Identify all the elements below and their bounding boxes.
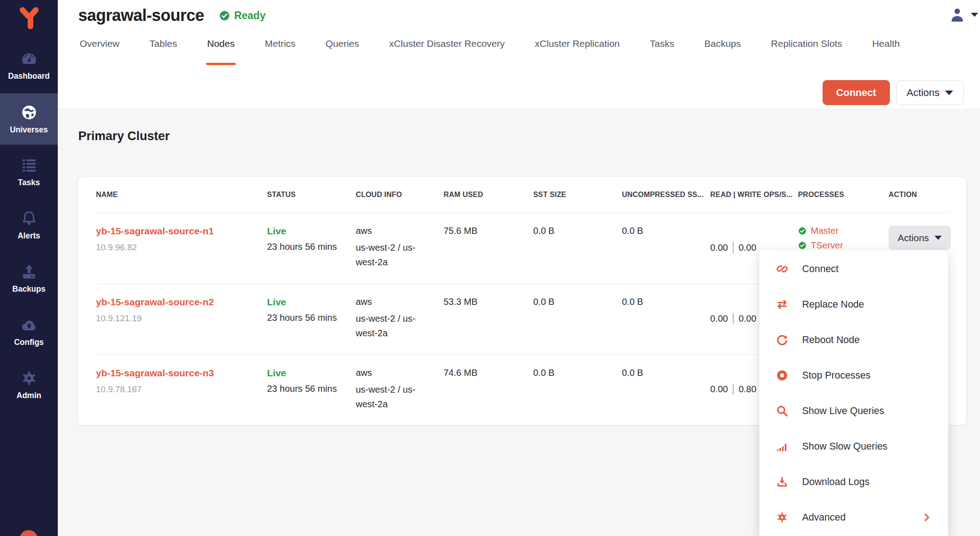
topbar: sagrawal-source Ready Overview Tables No… bbox=[58, 0, 980, 109]
ram-used: 53.3 MB bbox=[444, 297, 533, 341]
sst-size: 0.0 B bbox=[533, 297, 622, 341]
sidebar-item-dashboard[interactable]: Dashboard bbox=[0, 46, 58, 86]
search-icon bbox=[776, 405, 788, 417]
upload-drive-icon bbox=[20, 263, 38, 280]
node-status: Live bbox=[267, 226, 356, 237]
sidebar-item-label: Dashboard bbox=[8, 71, 50, 81]
column-header-cloud-info: CLOUD INFO bbox=[356, 191, 444, 199]
uncompressed-sst: 0.0 B bbox=[622, 368, 710, 412]
divider bbox=[733, 384, 734, 395]
tab-nodes[interactable]: Nodes bbox=[207, 38, 235, 57]
menu-item-show-live-queries[interactable]: Show Live Queries bbox=[759, 393, 948, 429]
column-header-name: NAME bbox=[96, 191, 267, 199]
sidebar-item-alerts[interactable]: Alerts bbox=[0, 205, 58, 245]
tab-overview[interactable]: Overview bbox=[80, 38, 120, 57]
status-text: Ready bbox=[234, 10, 266, 22]
menu-item-stop-processes[interactable]: Stop Processes bbox=[759, 358, 948, 393]
table-header-row: NAME STATUS CLOUD INFO RAM USED SST SIZE… bbox=[96, 177, 949, 212]
write-ops: 0.00 bbox=[738, 243, 756, 253]
sst-size: 0.0 B bbox=[533, 368, 622, 412]
tab-queries[interactable]: Queries bbox=[326, 38, 359, 57]
column-header-action: ACTION bbox=[889, 191, 949, 199]
cloud-region: us-west-2 / us-west-2a bbox=[356, 240, 429, 270]
tab-metrics[interactable]: Metrics bbox=[265, 38, 296, 57]
write-ops: 0.00 bbox=[738, 314, 756, 324]
menu-item-download-logs[interactable]: Download Logs bbox=[759, 464, 948, 500]
check-circle-icon bbox=[219, 10, 230, 21]
cloud-region: us-west-2 / us-west-2a bbox=[356, 382, 429, 412]
node-actions-button-open[interactable]: Actions bbox=[889, 226, 951, 250]
node-uptime: 23 hours 56 mins bbox=[267, 384, 356, 394]
sidebar-item-label: Admin bbox=[16, 391, 41, 400]
menu-item-replace-node[interactable]: Replace Node bbox=[759, 287, 948, 322]
cloud-region: us-west-2 / us-west-2a bbox=[356, 311, 429, 341]
page-title: sagrawal-source bbox=[78, 6, 204, 25]
sidebar-item-configs[interactable]: Configs bbox=[0, 312, 58, 352]
cloud-provider: aws bbox=[356, 297, 444, 307]
menu-item-label: Replace Node bbox=[802, 299, 864, 310]
globe-icon bbox=[20, 104, 38, 121]
sidebar-item-admin[interactable]: Admin bbox=[0, 365, 58, 405]
tab-xcluster-replication[interactable]: xCluster Replication bbox=[535, 38, 620, 57]
tab-tasks[interactable]: Tasks bbox=[650, 38, 674, 57]
chevron-down-icon bbox=[971, 13, 978, 17]
menu-item-label: Show Slow Queries bbox=[802, 441, 888, 452]
menu-item-connect[interactable]: Connect bbox=[759, 251, 948, 287]
column-header-read-write: READ | WRITE OPS/S... bbox=[710, 191, 798, 199]
node-name-link[interactable]: yb-15-sagrawal-source-n1 bbox=[96, 226, 267, 237]
node-status: Live bbox=[267, 368, 356, 379]
check-circle-icon bbox=[798, 227, 807, 235]
list-icon bbox=[20, 157, 38, 174]
universe-actions-button[interactable]: Actions bbox=[896, 80, 964, 105]
sidebar-item-label: Universes bbox=[10, 125, 48, 135]
menu-item-advanced[interactable]: Advanced bbox=[759, 500, 948, 535]
universe-actions-label: Actions bbox=[907, 87, 940, 99]
user-menu[interactable] bbox=[948, 5, 978, 24]
ram-used: 74.6 MB bbox=[444, 368, 533, 412]
uncompressed-sst: 0.0 B bbox=[622, 226, 710, 270]
tab-health[interactable]: Health bbox=[872, 38, 900, 57]
sidebar-item-label: Backups bbox=[12, 284, 45, 294]
sidebar-item-label: Tasks bbox=[18, 178, 40, 187]
menu-item-label: Connect bbox=[802, 263, 839, 275]
menu-item-label: Reboot Node bbox=[802, 334, 860, 346]
connect-button[interactable]: Connect bbox=[823, 80, 890, 105]
tab-xcluster-disaster-recovery[interactable]: xCluster Disaster Recovery bbox=[389, 38, 505, 57]
sidebar-bottom-badge[interactable] bbox=[20, 530, 38, 536]
tab-bar: Overview Tables Nodes Metrics Queries xC… bbox=[58, 38, 980, 57]
menu-item-label: Stop Processes bbox=[802, 370, 871, 381]
header-actions: Connect Actions bbox=[823, 80, 964, 105]
title-row: sagrawal-source Ready bbox=[58, 0, 980, 25]
node-name-link[interactable]: yb-15-sagrawal-source-n3 bbox=[96, 368, 267, 379]
column-header-ram-used: RAM USED bbox=[444, 191, 533, 199]
node-name-link[interactable]: yb-15-sagrawal-source-n2 bbox=[96, 297, 267, 308]
node-ip: 10.9.96.82 bbox=[96, 243, 267, 253]
tab-tables[interactable]: Tables bbox=[150, 38, 177, 57]
sidebar: Dashboard Universes Tasks bbox=[0, 0, 58, 536]
column-header-processes: PROCESSES bbox=[798, 191, 889, 199]
node-actions-label: Actions bbox=[898, 233, 929, 243]
tab-backups[interactable]: Backups bbox=[704, 38, 741, 57]
write-ops: 0.80 bbox=[738, 384, 756, 394]
swap-icon bbox=[776, 298, 788, 311]
menu-item-label: Advanced bbox=[802, 512, 846, 523]
tserver-process-link[interactable]: TServer bbox=[811, 240, 843, 251]
read-ops: 0.00 bbox=[710, 314, 728, 324]
menu-item-show-slow-queries[interactable]: Show Slow Queries bbox=[759, 429, 948, 464]
stop-icon bbox=[776, 369, 788, 382]
column-header-sst-size: SST SIZE bbox=[533, 191, 622, 199]
sidebar-item-tasks[interactable]: Tasks bbox=[0, 152, 58, 192]
chevron-down-icon bbox=[935, 236, 942, 240]
uncompressed-sst: 0.0 B bbox=[622, 297, 710, 341]
yugabyte-logo-icon[interactable] bbox=[16, 6, 41, 31]
tab-replication-slots[interactable]: Replication Slots bbox=[771, 38, 842, 57]
sidebar-item-universes[interactable]: Universes bbox=[0, 93, 58, 145]
read-ops: 0.00 bbox=[710, 384, 728, 394]
master-process-link[interactable]: Master bbox=[811, 226, 839, 236]
sidebar-item-backups[interactable]: Backups bbox=[0, 258, 58, 298]
divider bbox=[733, 242, 734, 253]
menu-item-reboot-node[interactable]: Reboot Node bbox=[759, 322, 948, 358]
reload-icon bbox=[776, 334, 788, 346]
section-title: Primary Cluster bbox=[78, 129, 980, 143]
node-ip: 10.9.121.19 bbox=[96, 314, 267, 324]
